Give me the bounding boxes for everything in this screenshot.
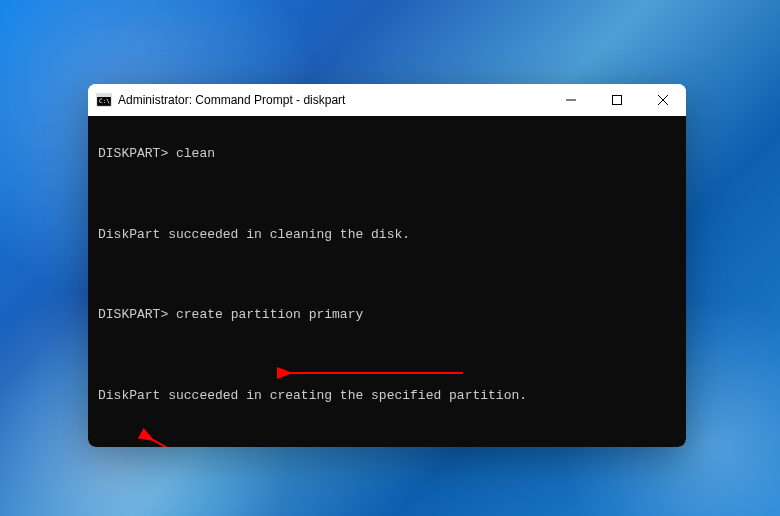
prompt: DISKPART> [98, 146, 168, 161]
cmd-icon: C:\ [96, 92, 112, 108]
command-prompt-window: C:\ Administrator: Command Prompt - disk… [88, 84, 686, 447]
close-button[interactable] [640, 84, 686, 116]
prompt: DISKPART> [98, 307, 168, 322]
command-text: clean [168, 146, 215, 161]
terminal-blank [98, 265, 676, 285]
svg-rect-4 [613, 96, 622, 105]
close-icon [658, 95, 668, 105]
maximize-icon [612, 95, 622, 105]
terminal-line: DISKPART> clean [98, 144, 676, 164]
terminal-output: DiskPart succeeded in creating the speci… [98, 386, 676, 406]
window-title: Administrator: Command Prompt - diskpart [118, 93, 548, 107]
terminal-blank [98, 184, 676, 204]
svg-text:C:\: C:\ [99, 97, 110, 104]
terminal-blank [98, 346, 676, 366]
terminal-line: DISKPART> create partition primary [98, 305, 676, 325]
annotation-arrow [283, 365, 483, 385]
minimize-button[interactable] [548, 84, 594, 116]
titlebar[interactable]: C:\ Administrator: Command Prompt - disk… [88, 84, 686, 116]
terminal-body[interactable]: DISKPART> clean DiskPart succeeded in cl… [88, 116, 686, 447]
minimize-icon [566, 95, 576, 105]
maximize-button[interactable] [594, 84, 640, 116]
terminal-blank [98, 426, 676, 446]
terminal-output: DiskPart succeeded in cleaning the disk. [98, 225, 676, 245]
window-controls [548, 84, 686, 116]
command-text: create partition primary [168, 307, 363, 322]
